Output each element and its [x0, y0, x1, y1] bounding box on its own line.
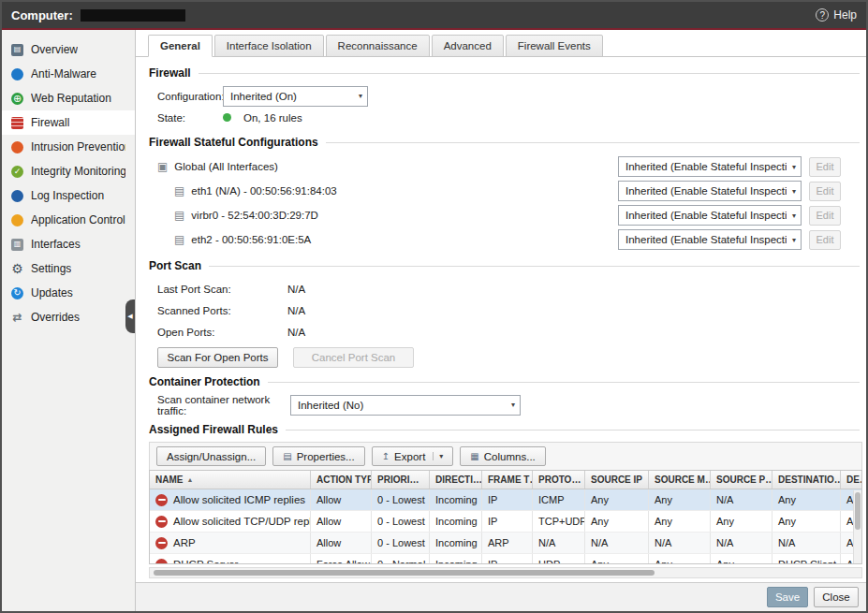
- container-traffic-selected-value: Inherited (No): [298, 400, 506, 411]
- assign-unassign-label: Assign/Unassign...: [167, 451, 256, 462]
- firewall-rule-icon: [155, 516, 168, 528]
- export-label: Export: [394, 451, 425, 462]
- overrides-icon: ⇄: [11, 312, 23, 324]
- close-button[interactable]: Close: [814, 587, 859, 607]
- section-title: Container Protection: [149, 375, 260, 388]
- columns-button[interactable]: ▦ Columns...: [460, 446, 545, 466]
- table-cell: Allow solicited TCP/UDP replies: [150, 511, 311, 532]
- computer-name-redacted: [81, 9, 185, 22]
- table-cell: Any: [585, 489, 649, 510]
- sidebar-item-label: Interfaces: [31, 238, 81, 251]
- help-label: Help: [833, 8, 857, 22]
- open-ports-label: Open Ports:: [157, 327, 287, 338]
- section-title: Port Scan: [149, 259, 201, 272]
- assign-unassign-button[interactable]: Assign/Unassign...: [156, 446, 266, 466]
- table-cell: 0 - Lowest: [372, 511, 430, 532]
- sidebar-item-application-control[interactable]: Application Control: [2, 208, 135, 232]
- table-row[interactable]: Allow solicited TCP/UDP replies Allow 0 …: [150, 511, 862, 533]
- edit-button[interactable]: Edit: [809, 157, 841, 177]
- state-on-indicator: [223, 113, 231, 122]
- table-cell: DHCP Server: [150, 554, 311, 564]
- table-row[interactable]: DHCP Server Force Allow 0 - Normal Incom…: [150, 554, 862, 564]
- edit-button[interactable]: Edit: [809, 206, 841, 226]
- cancel-port-scan-button[interactable]: Cancel Port Scan: [293, 347, 414, 368]
- table-grid: NAME ▲ ACTION TYP… PRIORI… DIRECTI… FRAM…: [150, 471, 862, 564]
- chevron-down-icon: ▾: [792, 212, 796, 220]
- sidebar-item-label: Log Inspection: [31, 189, 104, 202]
- column-header-source-ip[interactable]: SOURCE IP: [585, 471, 649, 489]
- sidebar-item-updates[interactable]: ↻ Updates: [2, 281, 135, 305]
- stateful-config-select[interactable]: Inherited (Enable Stateful Inspection) ▾: [618, 156, 802, 177]
- sidebar-item-label: Application Control: [31, 213, 125, 226]
- table-cell: Allow: [311, 511, 372, 532]
- scan-for-open-ports-button[interactable]: Scan For Open Ports: [157, 347, 278, 368]
- content-panel: General Interface Isolation Reconnaissan…: [136, 30, 866, 611]
- column-header-destination-ip[interactable]: DESTINATIO…: [772, 471, 841, 489]
- horizontal-scrollbar[interactable]: [149, 567, 862, 578]
- save-button[interactable]: Save: [767, 587, 808, 607]
- edit-button[interactable]: Edit: [809, 182, 841, 201]
- chevron-down-icon: ▾: [792, 187, 796, 196]
- table-cell: Any: [711, 554, 772, 564]
- firewall-rule-icon: [155, 494, 168, 506]
- sidebar-item-integrity-monitoring[interactable]: ✓ Integrity Monitoring: [2, 159, 135, 183]
- column-header-destination-mac[interactable]: DE…: [841, 471, 862, 489]
- sidebar-collapse-handle[interactable]: ◀: [125, 299, 135, 333]
- sidebar-item-intrusion-prevention[interactable]: Intrusion Prevention: [2, 135, 135, 159]
- column-header-action-type[interactable]: ACTION TYP…: [311, 471, 372, 489]
- properties-icon: ▤: [283, 452, 291, 461]
- sidebar-item-overview[interactable]: ▤ Overview: [2, 37, 135, 62]
- export-button[interactable]: ↥ Export ▾: [372, 446, 454, 466]
- column-header-name[interactable]: NAME ▲: [150, 471, 311, 489]
- sidebar-item-web-reputation[interactable]: ⊕ Web Reputation: [2, 86, 135, 110]
- section-title: Firewall Stateful Configurations: [149, 136, 318, 149]
- stateful-selected-value: Inherited (Enable Stateful Inspection): [625, 210, 787, 221]
- horizontal-scrollbar-thumb[interactable]: [154, 570, 655, 576]
- table-cell: N/A: [533, 533, 585, 553]
- sidebar-item-overrides[interactable]: ⇄ Overrides: [2, 305, 135, 329]
- column-header-priority[interactable]: PRIORI…: [372, 471, 430, 489]
- table-row[interactable]: ARP Allow 0 - Lowest Incoming ARP N/A N/…: [150, 533, 862, 554]
- container-traffic-select[interactable]: Inherited (No) ▾: [290, 395, 521, 416]
- sidebar-item-label: Overview: [31, 43, 78, 56]
- column-header-source-mac[interactable]: SOURCE M…: [649, 471, 711, 489]
- column-header-source-port[interactable]: SOURCE P…: [711, 471, 772, 489]
- stateful-config-select[interactable]: Inherited (Enable Stateful Inspection) ▾: [618, 229, 802, 250]
- tab-general[interactable]: General: [148, 35, 213, 57]
- help-button[interactable]: ? Help: [816, 8, 857, 22]
- table-cell: ARP: [482, 533, 533, 553]
- table-cell: N/A: [585, 533, 649, 553]
- properties-button[interactable]: ▤ Properties...: [272, 446, 364, 466]
- sidebar-item-label: Updates: [31, 286, 73, 299]
- table-row[interactable]: Allow solicited ICMP replies Allow 0 - L…: [150, 489, 862, 511]
- configuration-select[interactable]: Inherited (On) ▾: [223, 86, 368, 107]
- vertical-scrollbar-thumb[interactable]: [855, 492, 861, 530]
- table-cell: Any: [772, 489, 841, 510]
- help-icon: ?: [816, 8, 829, 22]
- sidebar-item-log-inspection[interactable]: Log Inspection: [2, 183, 135, 208]
- vertical-scrollbar[interactable]: [853, 490, 861, 563]
- sidebar-item-interfaces[interactable]: ▥ Interfaces: [2, 232, 135, 256]
- sidebar-item-firewall[interactable]: Firewall: [2, 110, 135, 135]
- stateful-config-select[interactable]: Inherited (Enable Stateful Inspection) ▾: [618, 205, 802, 226]
- chevron-down-icon: ▾: [511, 401, 515, 409]
- column-header-frame-type[interactable]: FRAME T…: [482, 471, 533, 489]
- sidebar-item-settings[interactable]: ⚙ Settings: [2, 256, 135, 281]
- stateful-row-label: Global (All Interfaces): [174, 161, 618, 172]
- stateful-config-select[interactable]: Inherited (Enable Stateful Inspection) ▾: [618, 181, 802, 201]
- tab-interface-isolation[interactable]: Interface Isolation: [214, 35, 324, 57]
- tab-reconnaissance[interactable]: Reconnaissance: [326, 35, 430, 57]
- intrusion-prevention-icon: [11, 141, 23, 153]
- sidebar-item-label: Settings: [31, 262, 71, 275]
- column-header-protocol[interactable]: PROTO…: [533, 471, 585, 489]
- log-inspection-icon: [11, 190, 23, 202]
- interfaces-icon: ▥: [11, 239, 23, 251]
- sidebar-item-anti-malware[interactable]: Anti-Malware: [2, 62, 135, 86]
- tab-firewall-events[interactable]: Firewall Events: [506, 35, 603, 57]
- table-cell: Allow solicited ICMP replies: [150, 489, 311, 510]
- edit-button[interactable]: Edit: [809, 230, 841, 250]
- titlebar: Computer: ? Help: [2, 2, 866, 30]
- tab-advanced[interactable]: Advanced: [432, 35, 504, 57]
- column-header-direction[interactable]: DIRECTI…: [430, 471, 482, 489]
- table-cell: Any: [772, 511, 841, 532]
